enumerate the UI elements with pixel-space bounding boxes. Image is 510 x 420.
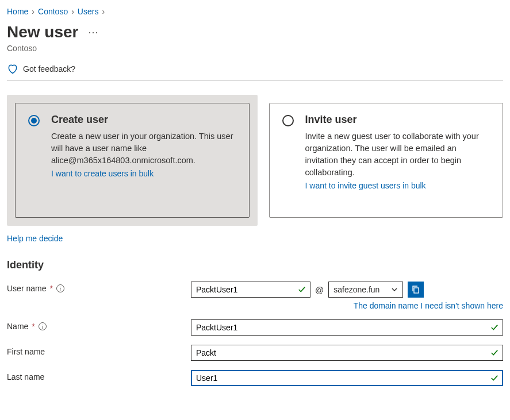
help-me-decide-link[interactable]: Help me decide xyxy=(7,234,63,243)
option-create-desc: Create a new user in your organization. … xyxy=(51,130,236,167)
feedback-text: Got feedback? xyxy=(23,64,75,74)
chevron-down-icon xyxy=(391,286,398,293)
breadcrumb-contoso[interactable]: Contoso xyxy=(38,7,68,16)
radio-create-user[interactable] xyxy=(28,115,40,126)
section-identity-title: Identity xyxy=(7,259,503,271)
radio-invite-user[interactable] xyxy=(282,115,294,126)
copy-icon xyxy=(411,285,420,294)
chevron-right-icon: › xyxy=(71,7,74,16)
option-create-title: Create user xyxy=(51,114,236,126)
check-icon xyxy=(490,374,499,382)
option-invite-desc: Invite a new guest user to collaborate w… xyxy=(305,130,490,179)
info-icon[interactable]: i xyxy=(39,322,47,330)
chevron-right-icon: › xyxy=(102,7,105,16)
breadcrumb-home[interactable]: Home xyxy=(7,7,28,16)
domain-select[interactable]: safezone.fun xyxy=(328,282,403,298)
domain-value: safezone.fun xyxy=(333,285,379,294)
firstname-label: First name xyxy=(7,347,45,356)
username-input[interactable] xyxy=(191,282,310,298)
chevron-right-icon: › xyxy=(32,7,34,16)
breadcrumb-users[interactable]: Users xyxy=(78,7,99,16)
create-users-bulk-link[interactable]: I want to create users in bulk xyxy=(51,169,236,178)
copy-button[interactable] xyxy=(408,282,424,298)
name-label: Name xyxy=(7,322,28,331)
required-asterisk: * xyxy=(32,322,34,331)
name-input[interactable] xyxy=(191,319,503,336)
svg-rect-0 xyxy=(414,288,419,293)
row-lastname: Last name xyxy=(7,370,503,386)
more-actions-button[interactable]: ⋯ xyxy=(88,26,99,38)
feedback-link[interactable]: Got feedback? xyxy=(7,60,503,81)
required-asterisk: * xyxy=(49,284,52,293)
user-type-options: Create user Create a new user in your or… xyxy=(7,95,503,226)
check-icon xyxy=(490,323,499,332)
lastname-label: Last name xyxy=(7,372,44,382)
option-invite-title: Invite user xyxy=(305,114,490,126)
invite-users-bulk-link[interactable]: I want to invite guest users in bulk xyxy=(305,181,490,190)
row-username: User name * i @ safezone.fun xyxy=(7,282,503,310)
breadcrumb: Home › Contoso › Users › xyxy=(7,5,503,21)
firstname-input[interactable] xyxy=(191,345,503,361)
page-title: New user xyxy=(7,23,79,41)
page-subtitle: Contoso xyxy=(7,44,503,53)
option-create-user[interactable]: Create user Create a new user in your or… xyxy=(7,95,258,226)
heart-icon xyxy=(7,63,18,75)
domain-not-shown-link[interactable]: The domain name I need isn't shown here xyxy=(354,301,503,310)
info-icon[interactable]: i xyxy=(56,284,64,292)
row-name: Name * i xyxy=(7,319,503,336)
row-firstname: First name xyxy=(7,345,503,361)
check-icon xyxy=(298,286,306,294)
title-row: New user ⋯ xyxy=(7,23,503,41)
username-label: User name xyxy=(7,284,46,293)
check-icon xyxy=(490,349,499,357)
option-invite-user[interactable]: Invite user Invite a new guest user to c… xyxy=(269,95,504,226)
at-sign: @ xyxy=(315,285,324,295)
lastname-input[interactable] xyxy=(191,370,503,386)
